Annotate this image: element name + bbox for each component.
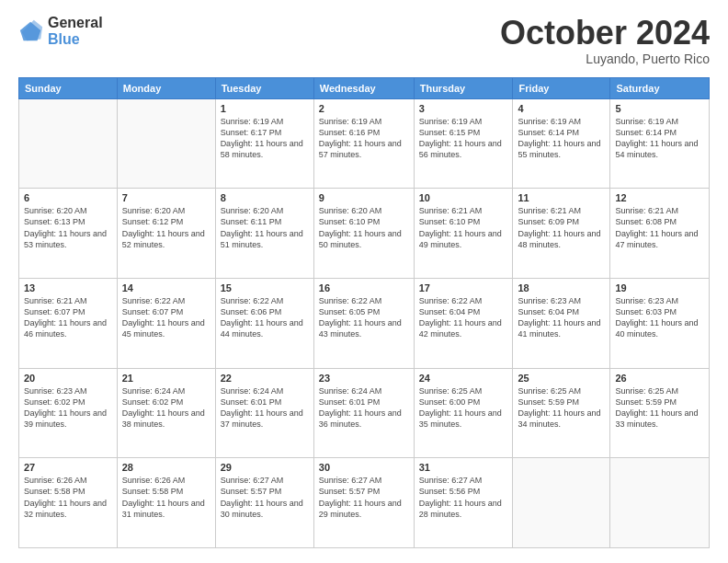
month-title: October 2024 — [500, 15, 710, 52]
calendar-cell: 7Sunrise: 6:20 AM Sunset: 6:12 PM Daylig… — [117, 189, 215, 279]
calendar-cell: 24Sunrise: 6:25 AM Sunset: 6:00 PM Dayli… — [414, 368, 513, 458]
calendar-cell: 14Sunrise: 6:22 AM Sunset: 6:07 PM Dayli… — [117, 278, 215, 368]
day-info: Sunrise: 6:21 AM Sunset: 6:07 PM Dayligh… — [24, 295, 112, 340]
day-number: 22 — [221, 373, 309, 384]
calendar-cell: 12Sunrise: 6:21 AM Sunset: 6:08 PM Dayli… — [610, 189, 710, 279]
day-number: 21 — [122, 373, 210, 384]
header-wednesday: Wednesday — [313, 77, 414, 98]
day-info: Sunrise: 6:26 AM Sunset: 5:58 PM Dayligh… — [24, 475, 112, 520]
calendar-cell: 27Sunrise: 6:26 AM Sunset: 5:58 PM Dayli… — [19, 458, 118, 548]
day-number: 24 — [419, 373, 508, 384]
day-number: 1 — [221, 103, 309, 114]
day-number: 13 — [24, 282, 112, 293]
calendar-cell: 16Sunrise: 6:22 AM Sunset: 6:05 PM Dayli… — [313, 278, 414, 368]
day-info: Sunrise: 6:22 AM Sunset: 6:06 PM Dayligh… — [221, 295, 309, 340]
calendar-cell — [117, 98, 215, 189]
calendar-cell: 3Sunrise: 6:19 AM Sunset: 6:15 PM Daylig… — [414, 98, 513, 189]
day-info: Sunrise: 6:19 AM Sunset: 6:16 PM Dayligh… — [319, 116, 409, 161]
day-info: Sunrise: 6:25 AM Sunset: 6:00 PM Dayligh… — [419, 385, 508, 431]
logo-icon — [18, 18, 44, 44]
day-number: 2 — [319, 103, 409, 114]
calendar-week-3: 13Sunrise: 6:21 AM Sunset: 6:07 PM Dayli… — [19, 278, 710, 368]
calendar-header: Sunday Monday Tuesday Wednesday Thursday… — [19, 77, 710, 98]
header-saturday: Saturday — [610, 77, 710, 98]
day-number: 3 — [419, 103, 508, 114]
logo-blue: Blue — [48, 31, 103, 48]
day-info: Sunrise: 6:23 AM Sunset: 6:04 PM Dayligh… — [518, 295, 605, 340]
day-info: Sunrise: 6:19 AM Sunset: 6:14 PM Dayligh… — [615, 116, 704, 161]
day-info: Sunrise: 6:27 AM Sunset: 5:57 PM Dayligh… — [319, 475, 409, 520]
day-number: 5 — [615, 103, 704, 114]
header-row: Sunday Monday Tuesday Wednesday Thursday… — [19, 77, 710, 98]
day-info: Sunrise: 6:20 AM Sunset: 6:12 PM Dayligh… — [122, 205, 210, 250]
calendar-cell: 21Sunrise: 6:24 AM Sunset: 6:02 PM Dayli… — [117, 368, 215, 458]
logo: General Blue — [18, 15, 103, 47]
day-info: Sunrise: 6:23 AM Sunset: 6:03 PM Dayligh… — [615, 295, 704, 340]
day-number: 10 — [419, 192, 508, 203]
day-info: Sunrise: 6:21 AM Sunset: 6:08 PM Dayligh… — [615, 205, 704, 250]
day-number: 12 — [615, 192, 704, 203]
calendar-week-2: 6Sunrise: 6:20 AM Sunset: 6:13 PM Daylig… — [19, 189, 710, 279]
calendar-cell — [19, 98, 118, 189]
day-number: 25 — [518, 373, 605, 384]
day-info: Sunrise: 6:24 AM Sunset: 6:02 PM Dayligh… — [122, 385, 210, 431]
day-info: Sunrise: 6:24 AM Sunset: 6:01 PM Dayligh… — [221, 385, 309, 431]
header-monday: Monday — [117, 77, 215, 98]
day-number: 27 — [24, 462, 112, 473]
day-number: 20 — [24, 373, 112, 384]
header-thursday: Thursday — [414, 77, 513, 98]
day-info: Sunrise: 6:25 AM Sunset: 5:59 PM Dayligh… — [615, 385, 704, 431]
calendar-cell: 23Sunrise: 6:24 AM Sunset: 6:01 PM Dayli… — [313, 368, 414, 458]
logo-text: General Blue — [48, 15, 103, 47]
header-friday: Friday — [513, 77, 610, 98]
header-sunday: Sunday — [19, 77, 118, 98]
day-info: Sunrise: 6:27 AM Sunset: 5:57 PM Dayligh… — [221, 475, 309, 520]
calendar-cell: 1Sunrise: 6:19 AM Sunset: 6:17 PM Daylig… — [215, 98, 313, 189]
calendar-cell: 11Sunrise: 6:21 AM Sunset: 6:09 PM Dayli… — [513, 189, 610, 279]
page: General Blue October 2024 Luyando, Puert… — [0, 0, 728, 563]
header-tuesday: Tuesday — [215, 77, 313, 98]
location-subtitle: Luyando, Puerto Rico — [500, 52, 710, 66]
calendar-cell — [610, 458, 710, 548]
day-number: 31 — [419, 462, 508, 473]
day-info: Sunrise: 6:20 AM Sunset: 6:11 PM Dayligh… — [221, 205, 309, 250]
day-info: Sunrise: 6:19 AM Sunset: 6:17 PM Dayligh… — [221, 116, 309, 161]
calendar-cell: 4Sunrise: 6:19 AM Sunset: 6:14 PM Daylig… — [513, 98, 610, 189]
day-number: 28 — [122, 462, 210, 473]
day-info: Sunrise: 6:20 AM Sunset: 6:10 PM Dayligh… — [319, 205, 409, 250]
day-info: Sunrise: 6:21 AM Sunset: 6:10 PM Dayligh… — [419, 205, 508, 250]
day-number: 7 — [122, 192, 210, 203]
calendar-cell: 20Sunrise: 6:23 AM Sunset: 6:02 PM Dayli… — [19, 368, 118, 458]
calendar-cell: 28Sunrise: 6:26 AM Sunset: 5:58 PM Dayli… — [117, 458, 215, 548]
header: General Blue October 2024 Luyando, Puert… — [18, 15, 710, 66]
day-number: 8 — [221, 192, 309, 203]
calendar-cell: 30Sunrise: 6:27 AM Sunset: 5:57 PM Dayli… — [313, 458, 414, 548]
day-number: 6 — [24, 192, 112, 203]
day-info: Sunrise: 6:21 AM Sunset: 6:09 PM Dayligh… — [518, 205, 605, 250]
calendar-cell: 22Sunrise: 6:24 AM Sunset: 6:01 PM Dayli… — [215, 368, 313, 458]
calendar-cell: 13Sunrise: 6:21 AM Sunset: 6:07 PM Dayli… — [19, 278, 118, 368]
day-info: Sunrise: 6:26 AM Sunset: 5:58 PM Dayligh… — [122, 475, 210, 520]
calendar-body: 1Sunrise: 6:19 AM Sunset: 6:17 PM Daylig… — [19, 98, 710, 547]
calendar-cell: 9Sunrise: 6:20 AM Sunset: 6:10 PM Daylig… — [313, 189, 414, 279]
day-number: 15 — [221, 282, 309, 293]
calendar-cell: 8Sunrise: 6:20 AM Sunset: 6:11 PM Daylig… — [215, 189, 313, 279]
day-info: Sunrise: 6:22 AM Sunset: 6:07 PM Dayligh… — [122, 295, 210, 340]
calendar-cell: 10Sunrise: 6:21 AM Sunset: 6:10 PM Dayli… — [414, 189, 513, 279]
day-info: Sunrise: 6:19 AM Sunset: 6:14 PM Dayligh… — [518, 116, 605, 161]
day-info: Sunrise: 6:25 AM Sunset: 5:59 PM Dayligh… — [518, 385, 605, 431]
calendar-week-5: 27Sunrise: 6:26 AM Sunset: 5:58 PM Dayli… — [19, 458, 710, 548]
day-number: 17 — [419, 282, 508, 293]
calendar-cell: 19Sunrise: 6:23 AM Sunset: 6:03 PM Dayli… — [610, 278, 710, 368]
day-number: 9 — [319, 192, 409, 203]
calendar-cell: 2Sunrise: 6:19 AM Sunset: 6:16 PM Daylig… — [313, 98, 414, 189]
day-number: 18 — [518, 282, 605, 293]
day-number: 30 — [319, 462, 409, 473]
day-info: Sunrise: 6:19 AM Sunset: 6:15 PM Dayligh… — [419, 116, 508, 161]
calendar-cell: 26Sunrise: 6:25 AM Sunset: 5:59 PM Dayli… — [610, 368, 710, 458]
day-info: Sunrise: 6:27 AM Sunset: 5:56 PM Dayligh… — [419, 475, 508, 520]
day-number: 29 — [221, 462, 309, 473]
day-number: 11 — [518, 192, 605, 203]
day-number: 16 — [319, 282, 409, 293]
day-info: Sunrise: 6:23 AM Sunset: 6:02 PM Dayligh… — [24, 385, 112, 431]
